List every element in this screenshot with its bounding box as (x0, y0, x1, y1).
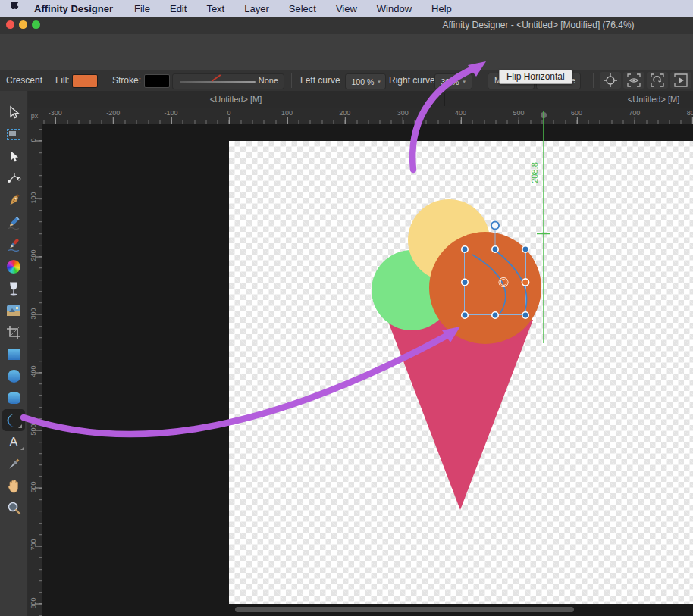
magnifier-icon (7, 501, 21, 515)
chevron-down-icon: ▾ (378, 79, 381, 85)
zoom-tool[interactable] (0, 497, 27, 519)
hide-selection-icon (626, 73, 641, 88)
close-window-button[interactable] (6, 20, 14, 29)
menu-help[interactable]: Help (431, 3, 452, 14)
apple-menu-icon[interactable] (11, 2, 20, 15)
brush-tool-icon (6, 237, 21, 252)
ruler-h-label: 500 (513, 109, 524, 117)
pen-tool[interactable] (0, 189, 27, 211)
fill-tool[interactable] (0, 277, 27, 299)
document-tab-2[interactable]: <Untitled> [M] (628, 95, 679, 104)
hand-tool[interactable] (0, 475, 27, 497)
ellipse-tool[interactable] (0, 365, 27, 387)
ruler-v-label: 100 (30, 191, 37, 205)
node-tool-icon (7, 149, 20, 164)
ruler-h-label: 0 (227, 109, 230, 117)
color-picker-tool[interactable] (0, 453, 27, 475)
stroke-style-value: None (259, 76, 278, 85)
crescent-tool[interactable] (2, 409, 25, 431)
transform-origin-icon (603, 73, 618, 88)
ruler-h-label: -100 (165, 109, 178, 117)
artboard-tool-icon (7, 129, 20, 140)
ruler-v-label: 400 (30, 364, 37, 378)
menu-window[interactable]: Window (377, 3, 412, 14)
cycle-selection-button[interactable] (647, 72, 668, 89)
transform-origin-button[interactable] (600, 72, 621, 89)
move-tool[interactable] (0, 102, 27, 124)
ruler-v-label: 700 (30, 538, 37, 552)
ruler-unit-label: px (27, 108, 42, 124)
context-toolbar: Crescent Fill: Stroke: None Left curve -… (0, 70, 693, 92)
chevron-down-icon: ▾ (463, 79, 466, 85)
menu-text[interactable]: Text (206, 3, 224, 14)
menu-select[interactable]: Select (289, 3, 316, 14)
rounded-rectangle-tool[interactable] (0, 387, 27, 409)
crescent-tool-icon (6, 413, 21, 428)
ellipse-tool-icon (8, 370, 20, 383)
minimize-window-button[interactable] (19, 20, 27, 29)
document-tab-1[interactable]: <Untitled> [M] (210, 95, 262, 104)
zoom-window-button[interactable] (32, 20, 40, 29)
active-tool-label: Crescent (6, 75, 42, 86)
canvas-viewport[interactable] (42, 124, 693, 616)
node-tool[interactable] (0, 145, 27, 167)
menu-view[interactable]: View (336, 3, 357, 14)
artboard-tool[interactable] (0, 124, 27, 145)
horizontal-scrollbar[interactable] (235, 607, 574, 612)
left-curve-dropdown[interactable]: -100 % ▾ (345, 73, 386, 89)
brush-tool[interactable] (0, 233, 27, 255)
main-toolbar (0, 34, 693, 70)
ruler-h-label: 600 (571, 109, 582, 117)
ruler-h-label: 200 (339, 109, 350, 117)
insertion-target-icon (673, 73, 688, 88)
left-curve-label: Left curve (300, 75, 340, 86)
context-separator (291, 73, 292, 88)
right-curve-dropdown[interactable]: -30 % ▾ (434, 73, 472, 89)
color-wheel-tool[interactable] (0, 255, 27, 277)
ruler-v-label: 600 (30, 480, 37, 494)
ruler-h-label: -300 (49, 109, 62, 117)
affinity-designer-window: Affinity Designer File Edit Text Layer S… (0, 0, 693, 616)
crop-tool[interactable] (0, 321, 27, 343)
ruler-h-label: 100 (281, 109, 293, 117)
ruler-major-ticks (42, 117, 693, 124)
document-tab-bar: <Untitled> [M] <Untitled> [M] (27, 91, 693, 109)
orange-scoop-shape[interactable] (429, 232, 541, 344)
color-wheel-icon (7, 260, 20, 274)
ruler-h-label: 300 (397, 109, 409, 117)
insertion-target-button[interactable] (670, 72, 691, 89)
context-separator (105, 73, 105, 88)
menu-file[interactable]: File (134, 3, 150, 14)
rectangle-tool[interactable] (0, 343, 27, 365)
rounded-rectangle-tool-icon (8, 392, 20, 404)
fill-color-swatch[interactable] (72, 74, 98, 88)
ruler-h-label: 400 (455, 109, 466, 117)
place-image-tool[interactable] (0, 299, 27, 321)
move-tool-icon (7, 105, 20, 120)
stroke-width-slider[interactable] (180, 81, 256, 83)
text-tool[interactable]: A (0, 431, 27, 453)
stroke-style-control[interactable]: None (172, 73, 284, 89)
stroke-color-swatch[interactable] (144, 74, 170, 88)
text-tool-icon: A (9, 435, 17, 450)
window-title: Affinity Designer - <Untitled> [Modified… (379, 20, 693, 30)
horizontal-ruler: -300 -200 -100 0 100 200 300 400 500 600… (42, 108, 693, 124)
ruler-h-label: 800 (687, 109, 693, 117)
hand-tool-icon (7, 479, 20, 494)
menu-edit[interactable]: Edit (170, 3, 187, 14)
pen-tool-icon (6, 193, 21, 208)
place-image-icon (6, 305, 21, 317)
hide-selection-button[interactable] (623, 72, 644, 89)
menu-bar: Affinity Designer File Edit Text Layer S… (0, 0, 693, 17)
menu-app-name[interactable]: Affinity Designer (34, 3, 113, 14)
ruler-unit-text: px (31, 112, 39, 120)
menu-layer[interactable]: Layer (244, 3, 269, 14)
right-curve-label: Right curve (389, 75, 435, 86)
vertical-ruler: 0 100 200 300 400 500 600 700 800 (27, 124, 42, 616)
fill-label: Fill: (55, 75, 70, 86)
point-transform-tool[interactable] (0, 167, 27, 189)
ruler-v-label: 0 (30, 133, 37, 147)
fill-tool-icon (7, 281, 20, 296)
crop-tool-icon (6, 325, 21, 340)
pencil-tool[interactable] (0, 211, 27, 233)
